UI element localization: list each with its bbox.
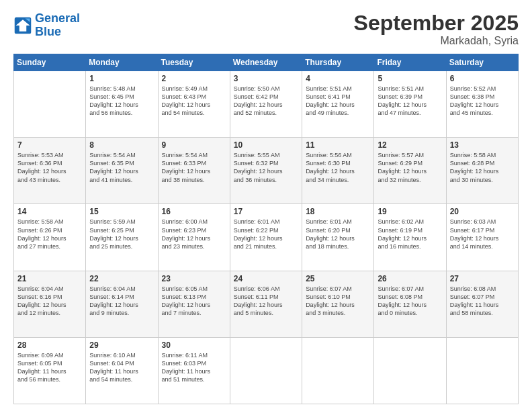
day-info: Sunrise: 5:54 AM Sunset: 6:33 PM Dayligh…: [162, 151, 226, 184]
day-info: Sunrise: 5:51 AM Sunset: 6:39 PM Dayligh…: [378, 85, 442, 118]
day-number: 22: [89, 274, 154, 283]
calendar-cell: 21Sunrise: 6:04 AM Sunset: 6:16 PM Dayli…: [14, 271, 86, 337]
calendar-cell: 6Sunrise: 5:52 AM Sunset: 6:38 PM Daylig…: [446, 71, 518, 138]
calendar-cell: [446, 337, 518, 404]
calendar-cell: 9Sunrise: 5:54 AM Sunset: 6:33 PM Daylig…: [158, 138, 230, 204]
weekday-header: Sunday: [14, 54, 86, 71]
page: General Blue September 2025 Markadah, Sy…: [0, 0, 532, 411]
calendar-cell: 30Sunrise: 6:11 AM Sunset: 6:03 PM Dayli…: [158, 337, 230, 404]
day-info: Sunrise: 5:53 AM Sunset: 6:36 PM Dayligh…: [17, 151, 82, 184]
calendar-cell: 28Sunrise: 6:09 AM Sunset: 6:05 PM Dayli…: [14, 337, 86, 404]
calendar-week-row: 14Sunrise: 5:58 AM Sunset: 6:26 PM Dayli…: [14, 204, 519, 271]
calendar-cell: 23Sunrise: 6:05 AM Sunset: 6:13 PM Dayli…: [158, 271, 230, 337]
day-number: 3: [234, 74, 298, 83]
weekday-header: Tuesday: [158, 54, 230, 71]
title-block: September 2025 Markadah, Syria: [354, 12, 519, 47]
calendar-cell: 17Sunrise: 6:01 AM Sunset: 6:22 PM Dayli…: [230, 204, 302, 271]
calendar-header-row: SundayMondayTuesdayWednesdayThursdayFrid…: [14, 54, 519, 71]
calendar-week-row: 1Sunrise: 5:48 AM Sunset: 6:45 PM Daylig…: [14, 71, 519, 138]
month-title: September 2025: [354, 12, 519, 34]
weekday-header: Saturday: [446, 54, 518, 71]
day-info: Sunrise: 6:06 AM Sunset: 6:11 PM Dayligh…: [234, 285, 298, 318]
location: Markadah, Syria: [354, 35, 519, 47]
day-info: Sunrise: 6:04 AM Sunset: 6:14 PM Dayligh…: [89, 285, 154, 318]
day-info: Sunrise: 5:54 AM Sunset: 6:35 PM Dayligh…: [89, 151, 154, 184]
calendar-cell: 25Sunrise: 6:07 AM Sunset: 6:10 PM Dayli…: [302, 271, 374, 337]
day-number: 10: [234, 140, 298, 150]
day-number: 15: [89, 207, 154, 216]
calendar-cell: 19Sunrise: 6:02 AM Sunset: 6:19 PM Dayli…: [374, 204, 446, 271]
day-number: 7: [17, 140, 82, 150]
calendar-cell: 3Sunrise: 5:50 AM Sunset: 6:42 PM Daylig…: [230, 71, 302, 138]
day-number: 29: [89, 340, 154, 350]
day-number: 16: [162, 207, 226, 216]
day-info: Sunrise: 5:58 AM Sunset: 6:26 PM Dayligh…: [17, 218, 82, 250]
day-number: 28: [17, 340, 82, 350]
day-number: 24: [234, 274, 298, 283]
day-number: 25: [306, 274, 370, 283]
weekday-header: Thursday: [302, 54, 374, 71]
day-number: 23: [162, 274, 226, 283]
day-info: Sunrise: 5:55 AM Sunset: 6:32 PM Dayligh…: [234, 151, 298, 184]
calendar-week-row: 21Sunrise: 6:04 AM Sunset: 6:16 PM Dayli…: [14, 271, 519, 337]
calendar-cell: 4Sunrise: 5:51 AM Sunset: 6:41 PM Daylig…: [302, 71, 374, 138]
calendar-cell: 11Sunrise: 5:56 AM Sunset: 6:30 PM Dayli…: [302, 138, 374, 204]
day-info: Sunrise: 6:01 AM Sunset: 6:22 PM Dayligh…: [234, 218, 298, 250]
calendar-cell: 26Sunrise: 6:07 AM Sunset: 6:08 PM Dayli…: [374, 271, 446, 337]
calendar-table: SundayMondayTuesdayWednesdayThursdayFrid…: [13, 54, 519, 404]
day-number: 12: [378, 140, 442, 150]
calendar-cell: 22Sunrise: 6:04 AM Sunset: 6:14 PM Dayli…: [86, 271, 158, 337]
calendar-cell: 27Sunrise: 6:08 AM Sunset: 6:07 PM Dayli…: [446, 271, 518, 337]
calendar-cell: 12Sunrise: 5:57 AM Sunset: 6:29 PM Dayli…: [374, 138, 446, 204]
day-number: 27: [450, 274, 515, 283]
day-info: Sunrise: 6:09 AM Sunset: 6:05 PM Dayligh…: [17, 351, 82, 384]
day-info: Sunrise: 5:50 AM Sunset: 6:42 PM Dayligh…: [234, 85, 298, 118]
day-info: Sunrise: 6:08 AM Sunset: 6:07 PM Dayligh…: [450, 285, 515, 318]
day-info: Sunrise: 6:01 AM Sunset: 6:20 PM Dayligh…: [306, 218, 370, 250]
calendar-cell: 29Sunrise: 6:10 AM Sunset: 6:04 PM Dayli…: [86, 337, 158, 404]
day-number: 19: [378, 207, 442, 216]
day-info: Sunrise: 6:10 AM Sunset: 6:04 PM Dayligh…: [89, 351, 154, 384]
calendar-cell: [230, 337, 302, 404]
day-info: Sunrise: 6:11 AM Sunset: 6:03 PM Dayligh…: [162, 351, 226, 384]
day-number: 5: [378, 74, 442, 83]
day-number: 20: [450, 207, 515, 216]
calendar-cell: 15Sunrise: 5:59 AM Sunset: 6:25 PM Dayli…: [86, 204, 158, 271]
calendar-cell: 20Sunrise: 6:03 AM Sunset: 6:17 PM Dayli…: [446, 204, 518, 271]
day-number: 13: [450, 140, 515, 150]
day-info: Sunrise: 5:49 AM Sunset: 6:43 PM Dayligh…: [162, 85, 226, 118]
day-info: Sunrise: 5:52 AM Sunset: 6:38 PM Dayligh…: [450, 85, 515, 118]
day-number: 2: [162, 74, 226, 83]
day-info: Sunrise: 6:04 AM Sunset: 6:16 PM Dayligh…: [17, 285, 82, 318]
calendar-cell: 1Sunrise: 5:48 AM Sunset: 6:45 PM Daylig…: [86, 71, 158, 138]
logo-text: General Blue: [35, 12, 80, 39]
weekday-header: Friday: [374, 54, 446, 71]
day-info: Sunrise: 5:51 AM Sunset: 6:41 PM Dayligh…: [306, 85, 370, 118]
day-number: 26: [378, 274, 442, 283]
day-info: Sunrise: 5:56 AM Sunset: 6:30 PM Dayligh…: [306, 151, 370, 184]
weekday-header: Monday: [86, 54, 158, 71]
day-number: 4: [306, 74, 370, 83]
logo-blue: Blue: [35, 26, 80, 39]
day-info: Sunrise: 5:48 AM Sunset: 6:45 PM Dayligh…: [89, 85, 154, 118]
calendar-cell: 14Sunrise: 5:58 AM Sunset: 6:26 PM Dayli…: [14, 204, 86, 271]
calendar-cell: 7Sunrise: 5:53 AM Sunset: 6:36 PM Daylig…: [14, 138, 86, 204]
day-info: Sunrise: 6:05 AM Sunset: 6:13 PM Dayligh…: [162, 285, 226, 318]
day-number: 6: [450, 74, 515, 83]
calendar-cell: 10Sunrise: 5:55 AM Sunset: 6:32 PM Dayli…: [230, 138, 302, 204]
day-info: Sunrise: 6:00 AM Sunset: 6:23 PM Dayligh…: [162, 218, 226, 250]
day-number: 11: [306, 140, 370, 150]
day-info: Sunrise: 5:59 AM Sunset: 6:25 PM Dayligh…: [89, 218, 154, 250]
day-info: Sunrise: 6:03 AM Sunset: 6:17 PM Dayligh…: [450, 218, 515, 250]
day-info: Sunrise: 5:58 AM Sunset: 6:28 PM Dayligh…: [450, 151, 515, 184]
calendar-cell: [302, 337, 374, 404]
logo-general: General: [35, 11, 80, 25]
calendar-cell: [14, 71, 86, 138]
day-number: 30: [162, 340, 226, 350]
calendar-cell: [374, 337, 446, 404]
day-number: 9: [162, 140, 226, 150]
day-info: Sunrise: 5:57 AM Sunset: 6:29 PM Dayligh…: [378, 151, 442, 184]
day-number: 17: [234, 207, 298, 216]
calendar-cell: 5Sunrise: 5:51 AM Sunset: 6:39 PM Daylig…: [374, 71, 446, 138]
header: General Blue September 2025 Markadah, Sy…: [13, 12, 519, 47]
